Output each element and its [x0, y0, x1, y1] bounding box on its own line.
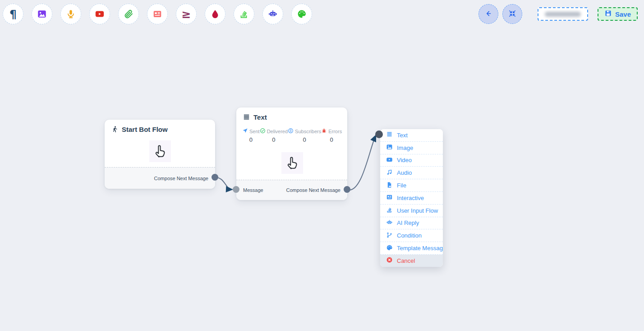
- palette-item-user-input-flow[interactable]: [234, 4, 254, 24]
- droplet-icon: [210, 9, 220, 19]
- node-footer: Message Compose Next Message: [236, 180, 347, 200]
- output-port-label: Compose Next Message: [154, 176, 208, 181]
- stat-value: 0: [330, 136, 333, 143]
- menu-item-text[interactable]: Text: [380, 129, 443, 142]
- node-text[interactable]: Text Sent 0 Delivered 0 Subscribers 0 Er…: [236, 107, 347, 200]
- menu-item-label: Interactive: [397, 195, 424, 201]
- menu-item-label: Cancel: [397, 257, 415, 264]
- circle-x-icon: [386, 256, 393, 265]
- output-port-label: Compose Next Message: [286, 187, 340, 193]
- menu-item-template-message[interactable]: Template Message: [380, 242, 443, 255]
- menu-item-file[interactable]: File: [380, 179, 443, 192]
- save-button-label: Save: [615, 10, 631, 18]
- file-icon: [386, 182, 393, 190]
- output-connector-text[interactable]: [344, 186, 350, 193]
- stat-sent: Sent 0: [242, 128, 260, 143]
- walking-person-icon: [111, 126, 119, 133]
- node-palette-toolbar: ¶ ≥: [3, 4, 312, 24]
- text-lines-icon: [386, 131, 393, 139]
- stat-errors: Errors 0: [321, 128, 342, 143]
- node-title: Text: [236, 107, 347, 121]
- menu-item-user-input-flow[interactable]: User Input Flow: [380, 205, 443, 217]
- branch-icon: [386, 232, 393, 240]
- menu-item-ai-reply[interactable]: AI Reply: [380, 217, 443, 230]
- add-node-context-menu: Text Image Video Audio File Interactive …: [380, 129, 443, 267]
- edge-text-to-menu[interactable]: [347, 136, 376, 190]
- send-icon: [242, 128, 248, 135]
- node-footer: Compose Next Message: [105, 167, 215, 189]
- palette-item-interactive[interactable]: [147, 4, 168, 24]
- menu-item-interactive[interactable]: Interactive: [380, 192, 443, 205]
- palette-item-template-message[interactable]: [291, 4, 312, 24]
- blurred-flow-name: [545, 12, 581, 17]
- palette-item-file[interactable]: [118, 4, 139, 24]
- image-icon: [37, 9, 47, 19]
- menu-item-image[interactable]: Image: [380, 142, 443, 154]
- output-connector-start[interactable]: [212, 174, 218, 181]
- microphone-icon: [66, 9, 76, 19]
- menu-item-label: Video: [397, 157, 412, 163]
- menu-item-audio[interactable]: Audio: [380, 167, 443, 179]
- menu-item-video[interactable]: Video: [380, 154, 443, 167]
- back-button[interactable]: [478, 4, 498, 24]
- newspaper-icon: [386, 194, 393, 202]
- flow-name-input[interactable]: [538, 7, 588, 21]
- menu-item-label: Audio: [397, 169, 412, 176]
- stat-label: Errors: [328, 129, 342, 134]
- header-actions: Save: [478, 4, 638, 24]
- menu-item-label: Condition: [397, 232, 422, 239]
- palette-item-text[interactable]: ¶: [3, 4, 23, 24]
- paperclip-icon: [124, 9, 133, 19]
- stack-icon: [386, 206, 393, 214]
- image-icon: [386, 144, 393, 152]
- menu-item-label: Text: [397, 132, 408, 139]
- user-circle-icon: [288, 128, 294, 135]
- palette-item-ai-reply[interactable]: [262, 4, 283, 24]
- palette-item-audio[interactable]: [60, 4, 81, 24]
- greater-equal-icon: ≥: [182, 9, 191, 20]
- newspaper-icon: [152, 9, 162, 19]
- pilcrow-icon: ¶: [9, 9, 17, 20]
- palette-item-image[interactable]: [32, 4, 52, 24]
- drag-handle[interactable]: [149, 140, 171, 162]
- check-circle-icon: [260, 128, 266, 135]
- palette-item-video[interactable]: [89, 4, 110, 24]
- compress-icon: [508, 9, 517, 19]
- stack-icon: [239, 9, 249, 19]
- hand-pointer-icon: [285, 155, 300, 171]
- stat-value: 0: [303, 136, 306, 143]
- stat-value: 0: [249, 136, 253, 143]
- pending-edge-connector[interactable]: [375, 131, 383, 138]
- menu-item-label: Template Message: [397, 245, 443, 252]
- fit-view-button[interactable]: [502, 4, 522, 24]
- palette-item-greater-equal[interactable]: ≥: [176, 4, 197, 24]
- hand-pointer-icon: [152, 144, 168, 159]
- node-title-label: Start Bot Flow: [122, 126, 168, 133]
- menu-item-label: File: [397, 182, 406, 189]
- menu-item-label: AI Reply: [397, 219, 419, 226]
- youtube-icon: [386, 156, 393, 164]
- menu-item-cancel[interactable]: Cancel: [380, 255, 443, 267]
- robot-icon: [268, 9, 278, 19]
- menu-item-label: User Input Flow: [397, 207, 438, 214]
- input-connector-text[interactable]: [233, 186, 239, 193]
- palette-icon: [386, 244, 393, 252]
- input-port-label: Message: [243, 187, 263, 193]
- stat-delivered: Delivered 0: [260, 128, 288, 143]
- youtube-icon: [95, 9, 105, 19]
- node-start-bot-flow[interactable]: Start Bot Flow Compose Next Message: [105, 120, 215, 189]
- palette-item-droplet[interactable]: [205, 4, 225, 24]
- floppy-icon: [604, 9, 612, 19]
- node-stats: Sent 0 Delivered 0 Subscribers 0 Errors …: [236, 128, 347, 143]
- menu-item-condition[interactable]: Condition: [380, 229, 443, 242]
- drag-handle[interactable]: [281, 152, 303, 174]
- stat-label: Sent: [249, 129, 260, 134]
- stat-label: Delivered: [267, 129, 288, 134]
- palette-icon: [297, 9, 307, 19]
- save-button[interactable]: Save: [598, 7, 638, 21]
- music-note-icon: [386, 169, 393, 177]
- stat-value: 0: [272, 136, 275, 143]
- arrow-left-icon: [484, 9, 493, 19]
- stat-label: Subscribers: [295, 129, 321, 134]
- menu-item-label: Image: [397, 145, 413, 151]
